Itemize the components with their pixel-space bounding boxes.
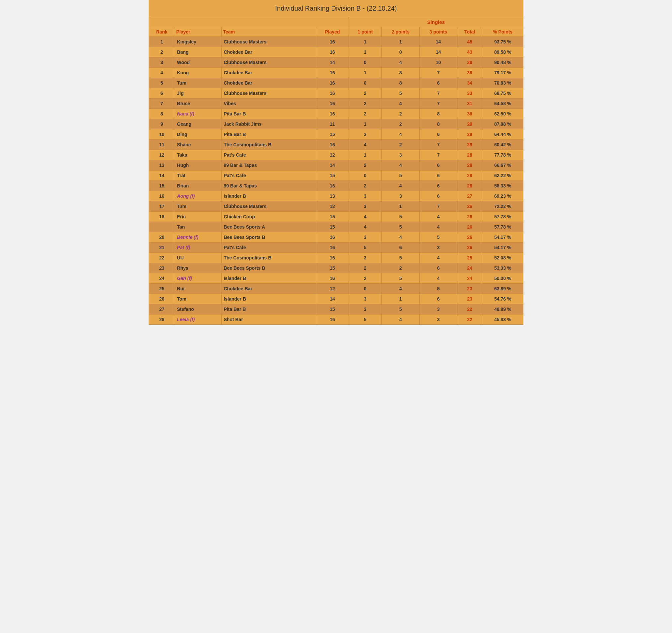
two-points-cell: 8 (382, 78, 419, 88)
total-cell: 29 (457, 130, 482, 140)
rank-cell: 24 (149, 273, 175, 284)
two-points-cell: 5 (382, 212, 419, 222)
three-points-cell: 3 (419, 314, 457, 325)
played-cell: 16 (316, 253, 349, 263)
played-cell: 16 (316, 109, 349, 119)
team-cell: Bee Bees Sports B (221, 232, 316, 242)
team-cell: Clubhouse Masters (221, 37, 316, 47)
three-points-cell: 5 (419, 284, 457, 294)
two-points-cell: 1 (382, 202, 419, 212)
table-row: 16Aong (f)Islander B133362769.23 % (149, 191, 523, 202)
two-points-cell: 2 (382, 140, 419, 150)
player-cell: Kingsley (175, 37, 221, 47)
pct-cell: 72.22 % (482, 202, 523, 212)
table-row: 26TomIslander B143162354.76 % (149, 294, 523, 304)
team-cell: Chicken Coop (221, 212, 316, 222)
three-points-cell: 6 (419, 191, 457, 202)
rank-cell: 18 (149, 212, 175, 222)
player-cell: Shane (175, 140, 221, 150)
total-cell: 26 (457, 222, 482, 232)
table-row: 21Pat (f)Pat's Cafe165632654.17 % (149, 242, 523, 253)
table-row: 2BangChokdee Bar1610144389.58 % (149, 47, 523, 57)
rank-cell: 9 (149, 119, 175, 130)
team-cell: Clubhouse Masters (221, 202, 316, 212)
one-point-cell: 1 (349, 119, 382, 130)
pct-cell: 93.75 % (482, 37, 523, 47)
table-row: 25NuiChokdee Bar120452363.89 % (149, 284, 523, 294)
three-points-cell: 6 (419, 160, 457, 170)
one-point-cell: 3 (349, 130, 382, 140)
rank-cell: 15 (149, 181, 175, 191)
rank-cell: 23 (149, 263, 175, 273)
two-points-cell: 3 (382, 191, 419, 202)
main-container: Individual Ranking Division B - (22.10.2… (149, 0, 523, 325)
played-cell: 14 (316, 294, 349, 304)
two-points-cell: 5 (382, 222, 419, 232)
rank-cell: 16 (149, 191, 175, 202)
rank-cell: 21 (149, 242, 175, 253)
one-point-cell: 1 (349, 37, 382, 47)
table-row: 12TakaPat's Cafe121372877.78 % (149, 150, 523, 160)
three-points-cell: 6 (419, 130, 457, 140)
total-cell: 26 (457, 232, 482, 242)
one-point-cell: 3 (349, 253, 382, 263)
team-cell: The Cosmopolitans B (221, 253, 316, 263)
played-cell: 15 (316, 222, 349, 232)
three-points-cell: 3 (419, 304, 457, 314)
played-cell: 11 (316, 119, 349, 130)
played-cell: 12 (316, 284, 349, 294)
team-cell: Chokdee Bar (221, 68, 316, 78)
pct-cell: 64.44 % (482, 130, 523, 140)
total-cell: 22 (457, 314, 482, 325)
total-cell: 34 (457, 78, 482, 88)
team-cell: Chokdee Bar (221, 78, 316, 88)
total-cell: 28 (457, 170, 482, 181)
rank-cell: 10 (149, 130, 175, 140)
rank-cell (149, 222, 175, 232)
pct-cell: 54.76 % (482, 294, 523, 304)
total-cell: 31 (457, 98, 482, 109)
one-point-cell: 2 (349, 160, 382, 170)
team-cell: Islander B (221, 294, 316, 304)
pct-cell: 54.17 % (482, 242, 523, 253)
table-row: 23RhysBee Bees Sports B152262453.33 % (149, 263, 523, 273)
one-point-cell: 1 (349, 150, 382, 160)
played-cell: 16 (316, 88, 349, 98)
played-cell: 16 (316, 78, 349, 88)
team-cell: Pat's Cafe (221, 170, 316, 181)
player-cell: Jig (175, 88, 221, 98)
one-point-cell: 4 (349, 140, 382, 150)
three-points-cell: 14 (419, 37, 457, 47)
table-row: 27StefanoPita Bar B153532248.89 % (149, 304, 523, 314)
one-point-cell: 0 (349, 170, 382, 181)
one-point-cell: 4 (349, 212, 382, 222)
player-cell: Rhys (175, 263, 221, 273)
total-cell: 28 (457, 150, 482, 160)
one-point-cell: 0 (349, 284, 382, 294)
played-cell: 12 (316, 202, 349, 212)
pct-cell: 63.89 % (482, 284, 523, 294)
three-points-cell: 7 (419, 88, 457, 98)
one-point-cell: 2 (349, 98, 382, 109)
pct-cell: 60.42 % (482, 140, 523, 150)
pct-cell: 77.78 % (482, 150, 523, 160)
table-row: 17TumClubhouse Masters123172672.22 % (149, 202, 523, 212)
played-cell: 15 (316, 263, 349, 273)
total-cell: 22 (457, 304, 482, 314)
team-cell: Bee Bees Sports B (221, 263, 316, 273)
three-points-cell: 5 (419, 232, 457, 242)
team-cell: Pat's Cafe (221, 150, 316, 160)
pct-cell: 57.78 % (482, 222, 523, 232)
table-row: TanBee Bees Sports A154542657.78 % (149, 222, 523, 232)
pct-cell: 54.17 % (482, 232, 523, 242)
three-points-cell: 7 (419, 150, 457, 160)
player-cell: Tom (175, 294, 221, 304)
three-points-cell: 6 (419, 170, 457, 181)
two-points-header: 2 points (382, 27, 419, 37)
pct-cell: 57.78 % (482, 212, 523, 222)
singles-label: Singles (349, 17, 523, 27)
two-points-cell: 2 (382, 263, 419, 273)
player-cell: Tan (175, 222, 221, 232)
two-points-cell: 4 (382, 160, 419, 170)
rank-cell: 12 (149, 150, 175, 160)
